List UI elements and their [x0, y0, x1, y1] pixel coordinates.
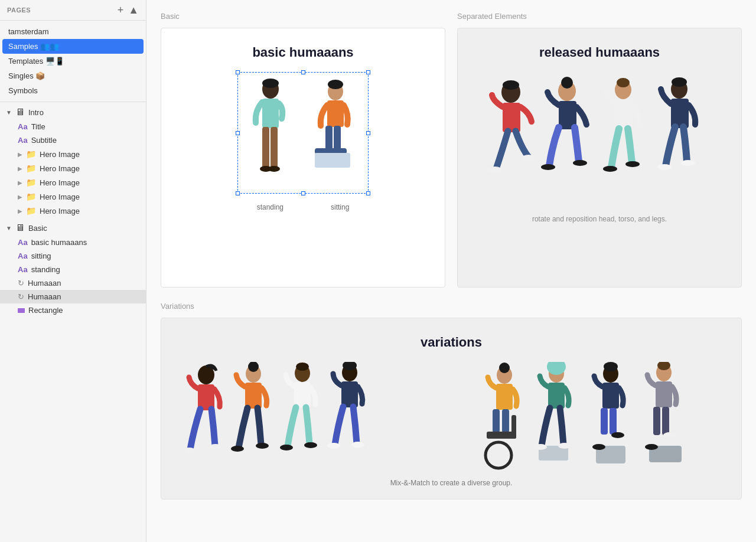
- layer-item-hero4[interactable]: ▶ 📁 Hero Image: [0, 190, 146, 204]
- layer-item-rectangle-label: Rectangle: [28, 306, 63, 315]
- folder-icon: 📁: [26, 149, 36, 159]
- layer-item-hero1-label: Hero Image: [40, 150, 80, 159]
- add-page-icon[interactable]: +: [118, 5, 124, 15]
- handle-tr: [366, 70, 370, 74]
- svg-point-34: [681, 160, 695, 166]
- svg-rect-79: [653, 407, 660, 435]
- separated-card: released humaaans: [457, 28, 742, 288]
- collapse-pages-icon[interactable]: ▲: [128, 5, 139, 15]
- layer-item-rectangle[interactable]: Rectangle: [0, 303, 146, 317]
- basic-section-label: Basic: [161, 12, 445, 21]
- layer-item-title[interactable]: Aa Title: [0, 120, 146, 133]
- layer-item-subtitle[interactable]: Aa Subtitle: [0, 133, 146, 147]
- layer-item-hero2-label: Hero Image: [40, 164, 80, 173]
- chevron-down-icon: ▼: [6, 225, 12, 231]
- page-item-templates[interactable]: Templates 🖥️📱: [0, 54, 146, 68]
- page-item-samples[interactable]: Samples 👥👥: [2, 39, 144, 54]
- svg-point-67: [558, 443, 571, 449]
- layer-item-hero3-label: Hero Image: [40, 178, 80, 187]
- layer-item-sitting[interactable]: Aa sitting: [0, 249, 146, 263]
- svg-point-21: [561, 77, 573, 89]
- symbol-icon: ↻: [18, 279, 24, 288]
- basic-figures-container: [173, 72, 433, 194]
- layer-item-standing[interactable]: Aa standing: [0, 263, 146, 276]
- layer-item-humaaan1-label: Humaaan: [28, 279, 61, 288]
- svg-point-47: [280, 445, 293, 450]
- layer-item-hero1[interactable]: ▶ 📁 Hero Image: [0, 147, 146, 161]
- figure1-label: standing: [257, 203, 284, 211]
- layer-item-hero2[interactable]: ▶ 📁 Hero Image: [0, 161, 146, 175]
- variations-subtitle: Mix-&-Match to create a diverse group.: [173, 479, 729, 487]
- layer-item-standing-label: standing: [31, 265, 60, 274]
- layer-item-sitting-label: sitting: [31, 252, 51, 260]
- separated-card-title: released humaaans: [470, 45, 729, 60]
- text-style-icon: Aa: [18, 265, 28, 274]
- page-item-symbols[interactable]: Symbols: [0, 83, 146, 98]
- figure-labels: standing sitting: [173, 203, 433, 211]
- separated-figures-svg: [475, 74, 724, 210]
- svg-rect-4: [271, 127, 278, 168]
- svg-point-37: [185, 448, 195, 453]
- layer-item-humaaan2[interactable]: ↻ Humaaan: [0, 290, 146, 303]
- svg-rect-3: [262, 127, 269, 168]
- svg-point-66: [534, 444, 547, 450]
- layer-group-intro[interactable]: ▼ 🖥 Intro: [0, 102, 146, 120]
- folder-icon: 📁: [26, 206, 36, 216]
- page-item-tamsterdam[interactable]: tamsterdam: [0, 24, 146, 39]
- pages-header-title: PAGES: [7, 6, 31, 14]
- svg-point-24: [573, 160, 587, 166]
- separated-subtitle: rotate and reposition head, torso, and l…: [470, 215, 729, 223]
- layer-item-subtitle-label: Subtitle: [31, 136, 57, 145]
- chevron-down-icon: ▼: [6, 109, 12, 116]
- basic-figures-svg: [238, 73, 368, 191]
- svg-point-45: [296, 363, 309, 371]
- svg-point-59: [485, 442, 511, 468]
- selection-box: [237, 72, 369, 194]
- svg-point-52: [327, 443, 340, 449]
- svg-point-43: [256, 443, 269, 449]
- variations-card: variations: [161, 318, 742, 499]
- triangle-right-icon: ▶: [18, 208, 22, 214]
- svg-rect-14: [315, 153, 350, 168]
- basic-card: basic humaaans: [161, 28, 445, 288]
- text-style-icon: Aa: [18, 252, 28, 260]
- layer-item-hero5[interactable]: ▶ 📁 Hero Image: [0, 204, 146, 218]
- svg-point-33: [657, 164, 672, 170]
- text-style-icon: Aa: [18, 122, 28, 131]
- triangle-right-icon: ▶: [18, 179, 22, 186]
- layer-item-hero3[interactable]: ▶ 📁 Hero Image: [0, 175, 146, 190]
- triangle-right-icon: ▶: [18, 165, 22, 172]
- svg-point-82: [645, 444, 658, 450]
- layer-item-hero5-label: Hero Image: [40, 207, 80, 216]
- svg-point-26: [617, 78, 630, 87]
- layer-item-basic-humaaans-label: basic humaaans: [31, 238, 87, 247]
- rectangle-icon: [18, 308, 25, 313]
- svg-point-19: [522, 155, 536, 162]
- svg-point-48: [304, 442, 317, 448]
- handle-bl: [236, 191, 240, 195]
- svg-point-75: [611, 432, 624, 438]
- layer-group-basic[interactable]: ▼ 🖥 Basic: [0, 218, 146, 236]
- handle-ml: [236, 131, 240, 135]
- basic-card-title: basic humaaans: [173, 45, 433, 60]
- svg-point-74: [592, 444, 605, 450]
- sidebar: PAGES + ▲ tamsterdam Samples 👥👥 Template…: [0, 0, 146, 542]
- triangle-right-icon: ▶: [18, 151, 22, 158]
- layer-item-humaaan2-label: Humaaan: [28, 292, 61, 301]
- svg-point-83: [663, 432, 676, 438]
- layer-item-humaaan1[interactable]: ↻ Humaaan: [0, 276, 146, 290]
- separated-figures-container: [470, 74, 729, 210]
- svg-point-16: [503, 80, 519, 90]
- variations-figures: [173, 362, 729, 474]
- page-item-singles[interactable]: Singles 📦: [0, 68, 146, 83]
- svg-point-1: [262, 79, 279, 88]
- svg-rect-72: [610, 408, 617, 435]
- layer-item-basic-humaaans[interactable]: Aa basic humaaans: [0, 236, 146, 249]
- separated-section-label: Separated Elements: [457, 12, 742, 21]
- layer-group-intro-label: Intro: [28, 108, 44, 117]
- main-content: Basic basic humaaans: [146, 0, 756, 542]
- layer-item-hero4-label: Hero Image: [40, 192, 80, 201]
- monitor-icon: 🖥: [15, 107, 25, 117]
- layer-item-title-label: Title: [31, 122, 45, 131]
- svg-point-53: [351, 442, 364, 448]
